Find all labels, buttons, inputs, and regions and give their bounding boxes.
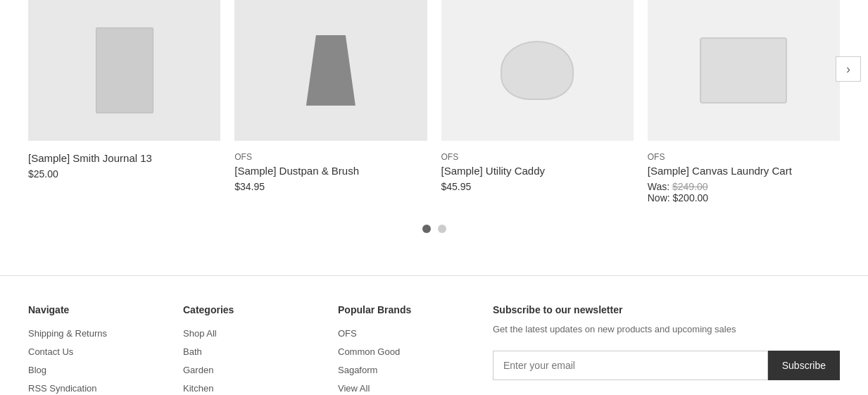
product-image-journal	[28, 0, 220, 141]
navigate-link-blog[interactable]: Blog	[28, 365, 46, 375]
product-price-journal: $25.00	[28, 168, 220, 180]
categories-section: Categories Shop AllBathGardenKitchenPubl…	[183, 304, 324, 395]
product-brand-caddy: OFS	[441, 152, 634, 162]
navigate-section: Navigate Shipping & ReturnsContact UsBlo…	[28, 304, 169, 395]
newsletter-description: Get the latest updates on new products a…	[493, 322, 840, 337]
pagination-dot-0[interactable]	[422, 225, 431, 233]
categories-heading: Categories	[183, 304, 324, 315]
now-label: Now:	[648, 192, 673, 203]
product-name-cart: [Sample] Canvas Laundry Cart	[648, 165, 840, 177]
pagination-dot-1[interactable]	[438, 225, 446, 233]
navigate-heading: Navigate	[28, 304, 169, 315]
product-price-cart: Was: $249.00Now: $200.00	[648, 181, 840, 203]
category-link-shop-all[interactable]: Shop All	[183, 328, 217, 339]
category-link-garden[interactable]: Garden	[183, 365, 213, 375]
navigate-item: Contact Us	[28, 345, 169, 358]
navigate-item: Blog	[28, 363, 169, 376]
brands-list: OFSCommon GoodSagaformView All	[338, 327, 479, 394]
product-card-caddy: OFS[Sample] Utility Caddy$45.95	[441, 0, 634, 203]
subscribe-button[interactable]: Subscribe	[768, 351, 840, 380]
brand-item: Common Good	[338, 345, 479, 358]
brand-link-sagaform[interactable]: Sagaform	[338, 365, 377, 375]
categories-list: Shop AllBathGardenKitchenPublicationsUti…	[183, 327, 324, 395]
brands-section: Popular Brands OFSCommon GoodSagaformVie…	[338, 304, 479, 395]
brand-item: OFS	[338, 327, 479, 339]
brands-heading: Popular Brands	[338, 304, 479, 315]
navigate-link-contact-us[interactable]: Contact Us	[28, 346, 73, 357]
was-price: $249.00	[672, 181, 708, 192]
product-name-dustpan: [Sample] Dustpan & Brush	[234, 165, 427, 177]
product-brand-dustpan: OFS	[234, 152, 427, 162]
newsletter-section: Subscribe to our newsletter Get the late…	[493, 304, 840, 395]
newsletter-email-input[interactable]	[493, 351, 768, 380]
product-card-dustpan: OFS[Sample] Dustpan & Brush$34.95	[234, 0, 427, 203]
category-item: Bath	[183, 345, 324, 358]
navigate-item: Shipping & Returns	[28, 327, 169, 339]
footer-grid: Navigate Shipping & ReturnsContact UsBlo…	[28, 304, 840, 395]
product-price-dustpan: $34.95	[234, 181, 427, 192]
products-section: [Sample] Smith Journal 13$25.00OFS[Sampl…	[0, 0, 868, 261]
product-card-cart: OFS[Sample] Canvas Laundry CartWas: $249…	[648, 0, 840, 203]
was-label: Was:	[648, 181, 672, 192]
category-item: Shop All	[183, 327, 324, 339]
category-item: Garden	[183, 363, 324, 376]
product-card-journal: [Sample] Smith Journal 13$25.00	[28, 0, 220, 203]
product-name-journal: [Sample] Smith Journal 13	[28, 152, 220, 164]
carousel-next-button[interactable]: ›	[836, 56, 861, 82]
product-price-caddy: $45.95	[441, 181, 634, 192]
newsletter-heading: Subscribe to our newsletter	[493, 304, 840, 315]
brand-item: Sagaform	[338, 363, 479, 376]
navigate-link-rss-syndication[interactable]: RSS Syndication	[28, 383, 97, 394]
products-grid: [Sample] Smith Journal 13$25.00OFS[Sampl…	[28, 0, 840, 203]
category-item: Kitchen	[183, 382, 324, 394]
footer: Navigate Shipping & ReturnsContact UsBlo…	[0, 276, 868, 395]
product-name-caddy: [Sample] Utility Caddy	[441, 165, 634, 177]
product-image-caddy	[441, 0, 634, 141]
product-image-cart	[648, 0, 840, 141]
navigate-list: Shipping & ReturnsContact UsBlogRSS Synd…	[28, 327, 169, 395]
newsletter-form: Subscribe	[493, 351, 840, 380]
category-link-kitchen[interactable]: Kitchen	[183, 383, 213, 394]
brand-link-common-good[interactable]: Common Good	[338, 346, 400, 357]
brand-link-view-all[interactable]: View All	[338, 383, 370, 394]
navigate-item: RSS Syndication	[28, 382, 169, 394]
pagination-dots	[28, 225, 840, 233]
navigate-link-shipping-&-returns[interactable]: Shipping & Returns	[28, 328, 107, 339]
brand-link-ofs[interactable]: OFS	[338, 328, 357, 339]
brand-item: View All	[338, 382, 479, 394]
now-price: $200.00	[673, 192, 709, 203]
product-brand-cart: OFS	[648, 152, 840, 162]
product-image-dustpan	[234, 0, 427, 141]
category-link-bath[interactable]: Bath	[183, 346, 202, 357]
